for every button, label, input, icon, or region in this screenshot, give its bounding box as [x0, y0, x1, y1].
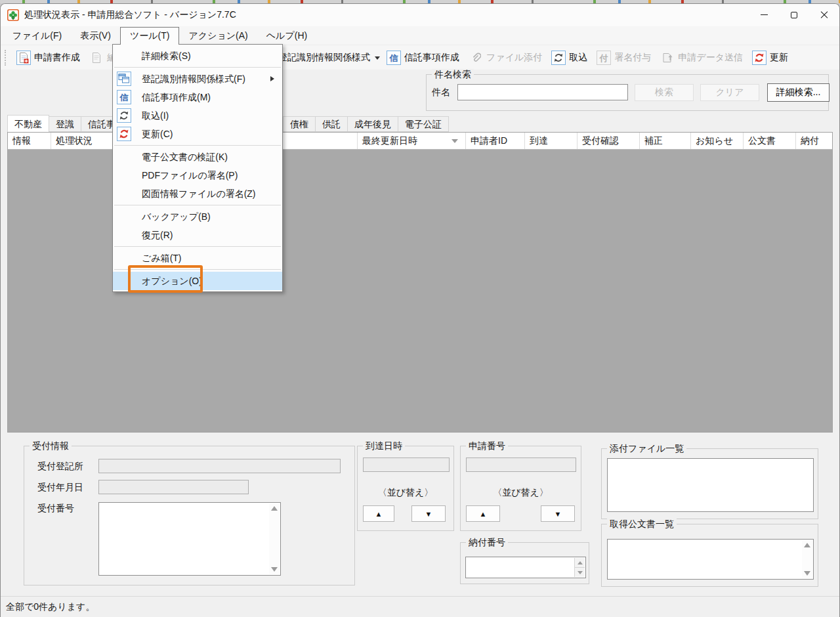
menu-item-label: 信託事項作成(M) — [142, 92, 211, 102]
receipt-number-listbox[interactable] — [98, 502, 281, 576]
maximize-button[interactable] — [779, 4, 809, 26]
tools-menu-popup: 詳細検索(S) 登記識別情報関係様式(F) 信 信託事項作成(M) — [112, 44, 283, 292]
titlebar[interactable]: 処理状況表示 - 申請用総合ソフト - バージョン7.7C — [1, 4, 839, 26]
application-sort-up-button[interactable]: ▲ — [466, 505, 500, 522]
col-info[interactable]: 情報 — [8, 133, 51, 149]
scroll-down-icon[interactable] — [271, 567, 278, 572]
scroll-up-icon[interactable] — [271, 506, 278, 511]
attached-files-listbox[interactable] — [607, 458, 814, 512]
toolbar-button-label: 取込 — [569, 52, 587, 64]
subject-search-input[interactable] — [457, 84, 628, 100]
obtained-documents-scrollbar[interactable] — [802, 540, 812, 578]
menu-item-drawing-sign[interactable]: 図面情報ファイルの署名(Z) — [113, 184, 282, 203]
receipt-info-group-label: 受付情報 — [30, 440, 72, 452]
receipt-date-field — [98, 480, 249, 494]
menu-item-label: 登記識別情報関係様式(F) — [142, 74, 245, 84]
new-application-icon — [16, 51, 31, 65]
toolbar-import-button[interactable]: 取込 — [551, 51, 587, 65]
tab-saiken[interactable]: 債権 — [283, 116, 316, 132]
toolbar-attach-button[interactable]: ファイル添付 — [469, 51, 542, 65]
tab-fudosan[interactable]: 不動産 — [7, 115, 49, 132]
menu-item-backup[interactable]: バックアップ(B) — [113, 207, 282, 226]
send-data-icon — [660, 51, 675, 65]
close-button[interactable] — [809, 4, 839, 26]
menu-item-pdf-sign[interactable]: PDFファイルの署名(P) — [113, 166, 282, 184]
toolbar-button-label: ファイル添付 — [486, 52, 542, 64]
menu-help[interactable]: ヘルプ(H) — [257, 27, 316, 45]
toolbar-button-label: 登記識別情報関係様式 — [278, 52, 370, 64]
col-notice[interactable]: お知らせ — [691, 133, 744, 149]
minimize-button[interactable] — [749, 4, 779, 26]
annotation-rectangle — [128, 265, 203, 293]
menu-item-detail-search[interactable]: 詳細検索(S) — [113, 47, 282, 65]
toolbar-send-button[interactable]: 申請データ送信 — [660, 51, 743, 65]
col-applicant-id[interactable]: 申請者ID — [466, 133, 525, 149]
scroll-down-icon[interactable] — [804, 571, 810, 576]
obtained-documents-group-label: 取得公文書一覧 — [607, 519, 677, 530]
import-arrows-icon — [117, 108, 131, 123]
obtained-documents-listbox[interactable] — [607, 539, 814, 580]
shin-glyph: 信 — [390, 54, 398, 62]
menu-item-import[interactable]: 取込(I) — [113, 106, 282, 125]
receipt-date-label: 受付年月日 — [37, 482, 83, 494]
tab-denshikosho[interactable]: 電子公証 — [398, 116, 449, 132]
menu-item-verify-edoc[interactable]: 電子公文書の検証(K) — [113, 148, 282, 166]
arrival-sort-label: 〈並び替え〉 — [358, 487, 453, 499]
tab-kyotaku[interactable]: 供託 — [316, 116, 348, 132]
arrival-sort-up-button[interactable]: ▲ — [363, 505, 394, 522]
receipt-number-label: 受付番号 — [37, 503, 74, 515]
col-payment[interactable]: 納付 — [796, 133, 831, 149]
menu-view[interactable]: 表示(V) — [71, 27, 120, 45]
app-logo-icon — [7, 9, 19, 21]
application-sort-down-button[interactable]: ▼ — [541, 505, 575, 522]
app-window: 処理状況表示 - 申請用総合ソフト - バージョン7.7C ファイル(F) 表示… — [0, 3, 840, 617]
toolbar-left-segment: 申請書作成 編集 — [5, 45, 125, 70]
menu-action[interactable]: アクション(A) — [179, 27, 257, 45]
col-receipt-confirm[interactable]: 受付確認 — [578, 133, 640, 149]
forms-icon — [117, 72, 131, 86]
menu-item-trash[interactable]: ごみ箱(T) — [113, 249, 282, 267]
spin-down-button[interactable] — [575, 567, 585, 577]
col-updated[interactable]: 最終更新日時 — [358, 133, 466, 149]
toolbar-button-label: 申請書作成 — [34, 52, 80, 64]
clear-button[interactable]: クリア — [700, 84, 759, 101]
col-correction[interactable]: 補正 — [640, 133, 691, 149]
toolbar-create-button[interactable]: 申請書作成 — [16, 51, 80, 65]
advanced-search-button[interactable]: 詳細検索... — [767, 83, 830, 102]
toolbar-sign-button[interactable]: 付 署名付与 — [597, 51, 651, 65]
tab-cluster-right: 債権 供託 成年後見 電子公証 — [283, 116, 449, 132]
search-button[interactable]: 検索 — [635, 84, 694, 101]
col-arrival[interactable]: 到達 — [525, 133, 578, 149]
receipt-number-scrollbar[interactable] — [269, 503, 280, 574]
subject-label: 件名 — [432, 87, 450, 98]
menu-item-refresh[interactable]: 更新(C) — [113, 125, 282, 143]
toolbar-button-label: 更新 — [770, 52, 788, 64]
refresh-red-icon — [117, 127, 131, 141]
menu-item-label: 取込(I) — [142, 110, 169, 121]
menu-file[interactable]: ファイル(F) — [3, 27, 71, 45]
maximize-icon — [791, 12, 797, 18]
menu-item-touki-forms[interactable]: 登記識別情報関係様式(F) — [113, 70, 282, 88]
toolbar-right-segment: 信 信託事項作成 ファイル添付 — [387, 45, 788, 70]
menu-item-trust-create[interactable]: 信 信託事項作成(M) — [113, 88, 282, 106]
grip-handle[interactable] — [5, 50, 6, 66]
col-official-doc[interactable]: 公文書 — [744, 133, 796, 149]
tab-seinenkoken[interactable]: 成年後見 — [348, 116, 398, 132]
attached-files-group: 添付ファイル一覧 — [601, 448, 818, 519]
menu-item-restore[interactable]: 復元(R) — [113, 226, 282, 244]
toolbar-button-label: 申請データ送信 — [678, 52, 743, 64]
minimize-icon — [761, 14, 768, 15]
toolbar-trust-button[interactable]: 信 信託事項作成 — [387, 51, 459, 65]
arrival-sort-down-button[interactable]: ▼ — [411, 505, 446, 522]
payment-number-spinner[interactable] — [574, 558, 585, 577]
shin-glyph: 信 — [120, 93, 129, 102]
menu-item-label: 詳細検索(S) — [142, 51, 191, 61]
scroll-up-icon[interactable] — [804, 543, 810, 547]
payment-number-spinbox[interactable] — [465, 557, 586, 578]
arrival-datetime-group-label: 到達日時 — [363, 440, 405, 452]
menu-separator — [114, 205, 281, 205]
toolbar-refresh-button[interactable]: 更新 — [752, 51, 788, 65]
spin-up-button[interactable] — [575, 558, 585, 567]
tab-toshiki[interactable]: 登識 — [49, 116, 81, 132]
menu-tools[interactable]: ツール(T) — [120, 27, 180, 45]
